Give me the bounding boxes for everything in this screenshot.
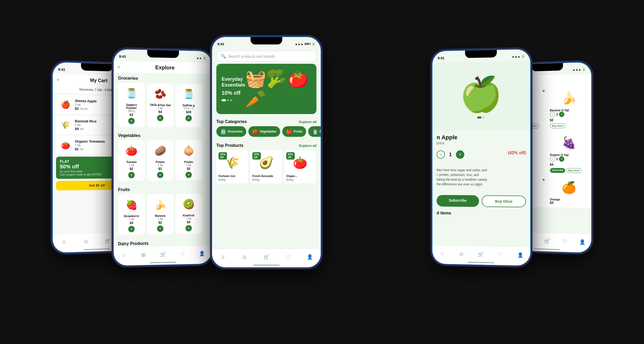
add-to-cart-button[interactable]: + [128,226,135,232]
product-card[interactable]: 🍓 Strawberry 1 kg $4 + [118,194,145,235]
product-card-banana[interactable]: 🍌 Banana (1 kg) − 1 + $2 Buy Once [547,85,591,131]
product-card[interactable]: 🫙 Jaggery Powder 500 g $3 + [118,83,145,127]
add-to-cart-button[interactable]: + [157,115,163,121]
category-chip-groceries[interactable]: 🫙 Groceries [216,126,246,137]
time-4: 9:41 [438,56,445,60]
nav-profile[interactable]: 👤 [307,254,313,260]
nav-cart[interactable]: 🛒 [105,237,111,244]
nav-wishlist[interactable]: ♡ [285,254,291,260]
add-to-cart-button[interactable]: + [186,172,192,178]
dot-2 [482,116,485,119]
add-to-cart-button[interactable]: + [186,225,192,232]
increase-qty-button[interactable]: + [559,112,564,117]
product-price: $3/kg [252,178,280,181]
product-price: $4 [121,221,142,225]
product-card[interactable]: 🧅 Potato 1 kg $2 + [176,140,202,181]
decrease-qty-button[interactable]: − [550,112,555,117]
product-price: $4 [150,110,171,114]
add-to-cart-button[interactable]: + [186,115,192,121]
category-label: Fruits [294,130,302,133]
purchase-options: Subscribe Buy Once [432,195,530,207]
product-image: 🍇 [550,133,588,152]
add-to-cart-button[interactable]: + [128,172,135,178]
search-input[interactable]: Search products and brands [228,54,275,58]
nav-cart[interactable]: 🛒 [160,251,166,257]
buy-once-button[interactable]: Buy Once [566,168,582,173]
fruits-row: 🍓 Strawberry 1 kg $4 + 🍌 Banana 1 kg $2 … [114,194,212,238]
product-price: $3 [121,113,142,117]
qty-value: 1 [556,157,558,161]
nav-home[interactable]: ⌂ [120,252,127,258]
nav-home[interactable]: ⌂ [439,250,445,257]
main-screen: 9:41 ▲▲▲ WiFi 🔋 🔍 Search products and br… [212,37,321,267]
nav-explore[interactable]: ◎ [140,251,147,258]
back-button[interactable]: ‹ [118,64,120,70]
product-card-fortune[interactable]: 37%off 🌾 Fortune rice $3/kg [216,150,248,183]
quantity-value: 1 [449,152,452,157]
section-fruits: Fruits [114,184,212,194]
nav-explore[interactable]: ◎ [241,254,248,260]
product-card[interactable]: 🍌 Banana 1 kg $2 + [147,194,173,235]
categories-row: 🫙 Groceries 🍅 Vegetables 🍎 Fruits 🥤 Beve… [212,126,321,140]
product-weight: 1 kg [121,218,142,221]
add-to-cart-button[interactable]: + [128,118,135,124]
nav-profile[interactable]: 👤 [579,239,585,245]
explore-all-categories[interactable]: Explore all [299,120,316,124]
product-card-avocado[interactable]: 37%off 🥑 Fresh Avocado $3/kg [250,150,282,183]
cart-item-image: 🍅 [59,138,72,152]
nav-profile[interactable]: 👤 [517,252,524,258]
nav-home[interactable]: ⌂ [220,254,226,260]
category-label: Beverages [320,130,321,133]
decrease-qty-button[interactable]: − [437,150,445,159]
product-card[interactable]: 🥝 Kiwifruit 1 kg $4 + [176,194,202,234]
product-card-organic[interactable]: 37%off 🍅 Organ... $3/kg [284,150,316,183]
product-card[interactable]: 🍅 Tomato 1 kg $2 + [118,140,145,181]
product-price: $4 [178,220,199,224]
nav-explore[interactable]: ◎ [458,251,465,257]
nav-explore[interactable]: ◎ [83,238,89,245]
nav-cart[interactable]: 🛒 [478,251,484,257]
buy-row: Subscribe Buy Once [550,168,588,173]
increase-qty-button[interactable]: + [559,156,564,162]
product-card-grapes[interactable]: 🍇 Grapes (1 kg) − 1 + $4 Subscribe Buy O… [547,131,591,176]
explore-screen: 9:41 ▲▲ 🔋 ‹ Explore Groceries 🫙 Jaggery … [114,49,212,266]
status-icons-5: ▲▲▲ 🔋 [573,67,586,71]
nav-cart[interactable]: 🛒 [544,238,550,244]
product-price: $1 [150,167,171,171]
product-image: 🍌 [152,197,168,213]
product-card[interactable]: 🥔 Potato 1 kg $1 + [147,140,173,181]
nav-wishlist[interactable]: ♡ [497,251,504,258]
product-price: $4 [550,163,588,166]
get-off-label: Get $5 off [89,183,105,188]
buy-once-button[interactable]: Buy Once [482,195,526,207]
product-card[interactable]: 🫘 TATA Arhar Dal 1 kg $4 + [147,83,173,127]
back-button[interactable]: ‹ [57,77,59,82]
add-to-cart-button[interactable]: + [157,225,163,232]
buy-once-button[interactable]: Buy Once [550,123,565,128]
decrease-qty-button[interactable]: − [550,156,555,162]
time-2: 9:41 [119,54,126,58]
nav-wishlist[interactable]: ♡ [561,238,568,245]
product-price: $3/kg [218,178,246,181]
discount-badge: 37%off [218,152,227,160]
product-card[interactable]: 🫙 Saffola g 5 Ltr + 1 $20 + [176,84,202,127]
nav-wishlist[interactable]: ♡ [180,251,186,257]
subscribe-button[interactable]: Subscribe [437,195,479,207]
search-bar[interactable]: 🔍 Search products and brands [216,51,316,62]
subscribe-button[interactable]: Subscribe [550,168,565,173]
qty-and-off: − 1 + (42% off) [432,145,530,161]
category-chip-vegetables[interactable]: 🍅 Vegetables [248,126,280,137]
category-chip-beverages[interactable]: 🥤 Beverages [308,126,321,137]
heart-icon[interactable]: ♥ [542,89,545,93]
heart-icon[interactable]: ♥ [542,178,545,182]
explore-all-products[interactable]: Explore all [299,144,316,148]
discount-badge: 37%off [286,152,295,160]
nav-profile[interactable]: 👤 [199,250,205,257]
product-card-orange[interactable]: 🍊 Orange $3 [547,175,591,208]
nav-home[interactable]: ⌂ [61,238,67,245]
detail-screen: 9:41 ▲▲▲ 🔋 🍏 n Appl [432,49,530,266]
category-chip-fruits[interactable]: 🍎 Fruits [282,126,306,137]
nav-cart[interactable]: 🛒 [263,254,270,260]
increase-qty-button[interactable]: + [456,150,464,159]
add-to-cart-button[interactable]: + [157,172,163,178]
